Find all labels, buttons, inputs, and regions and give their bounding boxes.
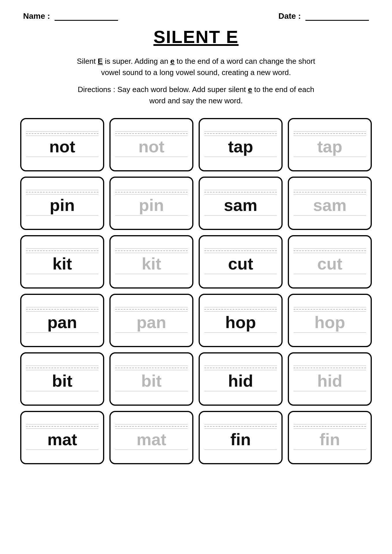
- line-top: [204, 131, 277, 132]
- line-top: [204, 366, 277, 366]
- line-top: [294, 190, 366, 190]
- line-bottom: [26, 370, 98, 370]
- name-field: Name :: [23, 12, 118, 21]
- line-bottom: [115, 428, 188, 429]
- word-text: mat: [137, 431, 166, 448]
- word-text: sam: [224, 197, 257, 214]
- word-card: sam: [288, 177, 372, 230]
- word-text: pin: [139, 197, 164, 214]
- line-bottom: [204, 370, 277, 370]
- word-card: cut: [199, 235, 283, 289]
- line-dashed: [294, 426, 366, 427]
- line-top: [294, 248, 366, 249]
- main-title: SILENT E: [17, 27, 375, 47]
- word-card: kit: [20, 235, 104, 289]
- bottom-line: [204, 332, 277, 333]
- line-top: [26, 366, 98, 366]
- word-text: fin: [230, 431, 251, 448]
- date-line: [305, 20, 369, 21]
- line-top: [26, 424, 98, 424]
- bottom-line: [294, 157, 366, 157]
- word-card: hop: [199, 294, 283, 347]
- word-text: kit: [142, 255, 161, 272]
- writing-lines: [204, 307, 277, 312]
- line-top: [294, 424, 366, 424]
- bottom-line: [115, 332, 188, 333]
- bottom-line: [294, 215, 366, 216]
- line-bottom: [115, 311, 188, 312]
- line-top: [204, 248, 277, 249]
- line-bottom: [204, 311, 277, 312]
- line-dashed: [115, 368, 188, 368]
- word-card: pan: [109, 294, 193, 347]
- bottom-line: [294, 274, 366, 274]
- writing-lines: [26, 424, 98, 429]
- line-dashed: [294, 133, 366, 134]
- line-dashed: [115, 192, 188, 192]
- writing-lines: [294, 248, 366, 254]
- line-top: [115, 307, 188, 307]
- line-bottom: [294, 311, 366, 312]
- word-text: not: [138, 138, 164, 155]
- line-top: [115, 131, 188, 132]
- word-card: tap: [199, 118, 283, 171]
- line-bottom: [204, 194, 277, 194]
- writing-lines: [115, 424, 188, 429]
- line-top: [294, 366, 366, 366]
- line-bottom: [294, 428, 366, 429]
- bottom-line: [115, 274, 188, 274]
- word-card: bit: [109, 352, 193, 406]
- writing-lines: [204, 248, 277, 254]
- word-card: not: [109, 118, 193, 171]
- desc-text1: Silent: [77, 57, 98, 65]
- word-card: tap: [288, 118, 372, 171]
- line-bottom: [26, 311, 98, 312]
- line-top: [26, 131, 98, 132]
- word-card: bit: [20, 352, 104, 406]
- writing-lines: [115, 307, 188, 312]
- line-bottom: [294, 253, 366, 253]
- word-text: cut: [317, 255, 342, 272]
- date-label: Date :: [278, 12, 301, 20]
- word-text: tap: [228, 138, 253, 155]
- line-bottom: [294, 194, 366, 194]
- line-top: [115, 190, 188, 190]
- word-card: pin: [109, 177, 193, 230]
- desc-text2: is super. Adding an: [103, 57, 170, 65]
- line-dashed: [26, 426, 98, 427]
- bottom-line: [115, 157, 188, 157]
- line-dashed: [204, 133, 277, 134]
- desc-bold2: e: [170, 57, 174, 65]
- writing-lines: [294, 366, 366, 371]
- title-section: SILENT E: [17, 27, 375, 47]
- line-top: [204, 190, 277, 190]
- line-dashed: [204, 309, 277, 310]
- word-card: sam: [199, 177, 283, 230]
- word-text: tap: [317, 138, 342, 155]
- bottom-line: [294, 332, 366, 333]
- line-bottom: [294, 136, 366, 136]
- writing-lines: [115, 366, 188, 371]
- line-dashed: [294, 192, 366, 192]
- line-dashed: [26, 192, 98, 192]
- desc-bold1: E: [98, 57, 103, 65]
- line-top: [204, 424, 277, 424]
- bottom-line: [26, 274, 98, 274]
- word-text: mat: [47, 431, 77, 448]
- line-bottom: [204, 136, 277, 136]
- word-card: pin: [20, 177, 104, 230]
- bottom-line: [26, 450, 98, 450]
- bottom-line: [26, 157, 98, 157]
- word-text: hop: [314, 314, 345, 331]
- word-text: hop: [225, 314, 256, 331]
- word-card: mat: [20, 411, 104, 464]
- line-dashed: [26, 309, 98, 310]
- writing-lines: [115, 248, 188, 254]
- bottom-line: [26, 332, 98, 333]
- line-dashed: [115, 250, 188, 251]
- bottom-line: [204, 215, 277, 216]
- line-dashed: [115, 426, 188, 427]
- writing-lines: [26, 131, 98, 136]
- line-top: [115, 424, 188, 424]
- line-bottom: [294, 370, 366, 370]
